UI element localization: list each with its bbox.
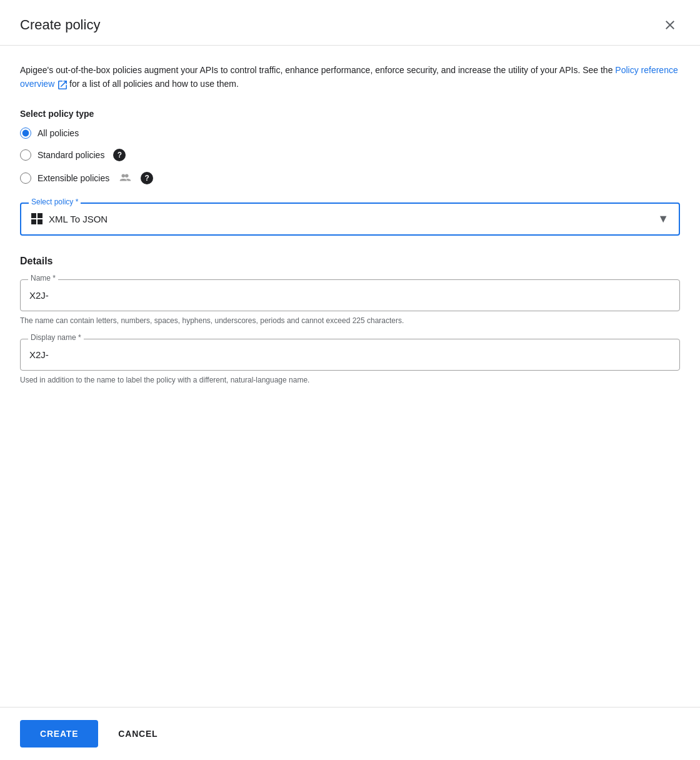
display-name-field-container: Display name * Used in addition to the n… xyxy=(20,339,680,386)
radio-standard-policies-input[interactable] xyxy=(20,149,31,161)
svg-point-1 xyxy=(125,174,129,178)
details-title: Details xyxy=(20,256,680,267)
intro-text: Apigee's out-of-the-box policies augment… xyxy=(20,63,680,91)
select-policy-container: Select policy * XML To JSON ▼ xyxy=(20,202,680,236)
policy-icon-square-4 xyxy=(38,219,42,224)
display-name-input[interactable] xyxy=(21,339,679,370)
display-name-field-wrapper: Display name * xyxy=(20,339,680,371)
policy-icon-square-2 xyxy=(38,213,42,218)
radio-extensible-policies[interactable]: Extensible policies ? xyxy=(20,171,680,185)
create-policy-dialog: Create policy Apigee's out-of-the-box po… xyxy=(0,0,700,760)
name-input[interactable] xyxy=(21,280,679,311)
name-field-container: Name * The name can contain letters, num… xyxy=(20,279,680,326)
policy-type-section-label: Select policy type xyxy=(20,109,680,119)
name-field-wrapper: Name * xyxy=(20,279,680,311)
policy-icon-square-1 xyxy=(31,213,36,218)
select-policy-dropdown[interactable]: XML To JSON ▼ xyxy=(21,204,679,234)
radio-standard-policies-label: Standard policies xyxy=(38,150,104,160)
extensible-policies-help-icon[interactable]: ? xyxy=(141,172,153,184)
extensible-policies-icon xyxy=(118,171,132,185)
intro-text-before: Apigee's out-of-the-box policies augment… xyxy=(20,65,615,75)
name-field-label: Name * xyxy=(28,274,58,282)
radio-extensible-policies-label: Extensible policies xyxy=(38,173,109,183)
policy-icon-square-3 xyxy=(31,219,36,224)
create-button[interactable]: CREATE xyxy=(20,720,98,748)
dialog-footer: CREATE CANCEL xyxy=(0,707,700,760)
select-policy-label: Select policy * xyxy=(29,198,81,206)
policy-type-icon xyxy=(31,213,42,224)
name-field-helper: The name can contain letters, numbers, s… xyxy=(20,315,680,326)
people-icon xyxy=(118,171,132,185)
display-name-field-label: Display name * xyxy=(28,333,84,342)
dropdown-arrow-icon: ▼ xyxy=(658,212,669,226)
display-name-field-helper: Used in addition to the name to label th… xyxy=(20,374,680,386)
details-section: Details Name * The name can contain lett… xyxy=(20,256,680,386)
standard-policies-help-icon[interactable]: ? xyxy=(113,149,126,161)
policy-type-radio-group: All policies Standard policies ? Extensi… xyxy=(20,128,680,185)
intro-text-after: for a list of all policies and how to us… xyxy=(67,79,239,89)
select-policy-value: XML To JSON xyxy=(49,214,658,224)
external-link-icon xyxy=(58,81,67,89)
cancel-button[interactable]: CANCEL xyxy=(108,720,168,748)
radio-extensible-policies-input[interactable] xyxy=(20,172,31,184)
radio-all-policies[interactable]: All policies xyxy=(20,128,680,139)
close-icon xyxy=(662,18,678,32)
dialog-header: Create policy xyxy=(0,0,700,46)
dialog-title: Create policy xyxy=(20,17,100,33)
dialog-body: Apigee's out-of-the-box policies augment… xyxy=(0,46,700,707)
radio-all-policies-input[interactable] xyxy=(20,128,31,139)
select-policy-wrapper: Select policy * XML To JSON ▼ xyxy=(20,202,680,236)
radio-standard-policies[interactable]: Standard policies ? xyxy=(20,149,680,161)
svg-point-0 xyxy=(122,174,126,178)
close-button[interactable] xyxy=(660,15,680,35)
radio-all-policies-label: All policies xyxy=(38,128,79,138)
